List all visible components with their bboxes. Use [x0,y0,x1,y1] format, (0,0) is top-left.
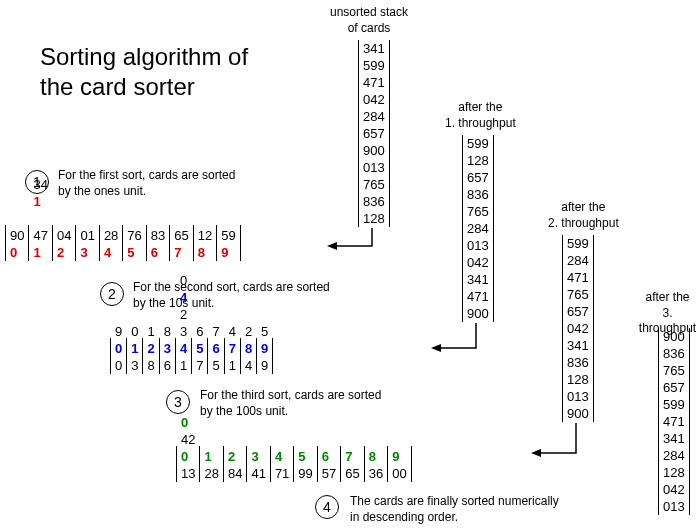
bin: 042341 [175,338,192,374]
bin: 657 [317,446,341,482]
bin: 128 [193,225,217,261]
stack-0: 341 599 471 042 284 657 900 013 765 836 … [358,40,390,227]
bin: 765 [340,446,364,482]
bin: 471 [224,338,241,374]
label-after2: after the2. throughput [548,200,619,231]
bins-pass-1: 900341471042013284765836657128599 [5,225,241,261]
arrow [431,323,481,354]
bin: 900 [387,446,411,482]
bin: 128 [142,338,159,374]
bin: 341 [246,446,270,482]
bin: 765 [207,338,224,374]
arrow [531,423,581,459]
step-desc-n3: For the third sort, cards are sortedby t… [200,388,381,419]
bin: 042013 [176,446,200,482]
bin: 042 [52,225,76,261]
bin: 836 [159,338,176,374]
bin: 599 [293,446,317,482]
label-after1: after the1. throughput [445,100,516,131]
step-desc-n4: The cards are finally sorted numerically… [350,494,559,525]
bins-pass-2: 900013128836042341657765471284599 [110,338,273,374]
bin: 284 [99,225,123,261]
bin: 657 [191,338,208,374]
bins-pass-3: 042013128284341471599657765836900 [176,446,412,482]
stack-1: 599 128 657 836 765 284 013 042 341 471 … [462,135,494,322]
bin: 471 [270,446,294,482]
bin: 341471 [28,225,52,261]
step-marker-n3: 3 [166,390,190,414]
bin: 765 [122,225,146,261]
bin: 599 [216,225,240,261]
stack-2: 599 284 471 765 657 042 341 836 128 013 … [562,235,594,422]
step-desc-n2: For the second sort, cards are sortedby … [133,280,330,311]
bin: 657 [169,225,193,261]
step-marker-n2: 2 [100,282,124,306]
step-desc-n1: For the first sort, cards are sortedby t… [58,168,235,199]
bin: 836 [364,446,388,482]
bin: 284 [223,446,247,482]
stack-3: 900 836 765 657 599 471 341 284 128 042 … [658,328,690,515]
bin: 900 [110,338,127,374]
arrow [327,228,377,252]
bin: 013 [75,225,99,261]
bin: 900 [5,225,29,261]
step-marker-n4: 4 [315,495,339,519]
page-title: Sorting algorithm ofthe card sorter [40,42,248,102]
bin: 836 [146,225,170,261]
bin: 284 [240,338,257,374]
label-unsorted: unsorted stackof cards [330,5,408,36]
bin: 128 [199,446,223,482]
bin: 599 [256,338,273,374]
bin: 013 [126,338,143,374]
